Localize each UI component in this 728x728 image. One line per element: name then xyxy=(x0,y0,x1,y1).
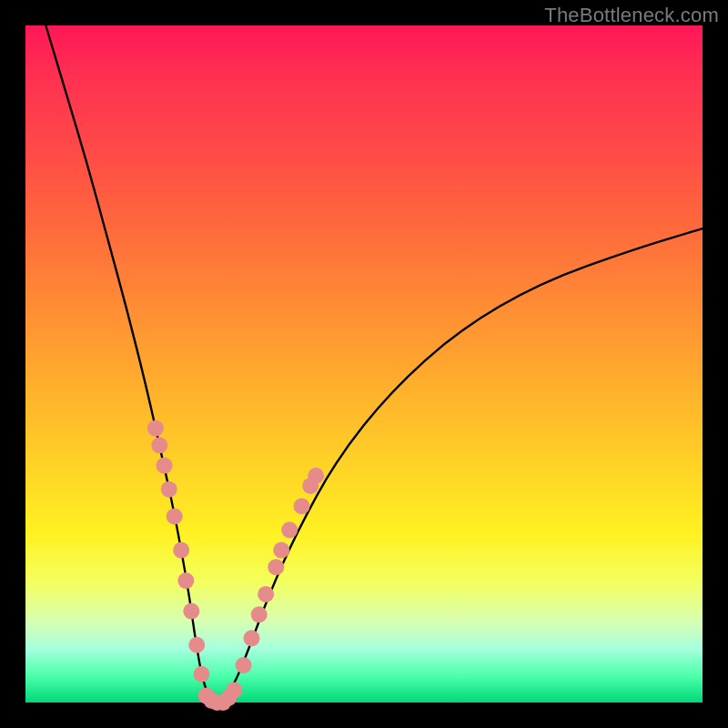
marker-dot xyxy=(244,630,260,646)
marker-dot xyxy=(147,420,164,437)
marker-dot xyxy=(281,521,298,538)
marker-dot xyxy=(183,603,199,620)
marker-dot xyxy=(268,559,284,575)
marker-dot xyxy=(308,468,324,484)
chart-frame: TheBottleneck.com xyxy=(0,0,728,728)
marker-dot xyxy=(236,657,252,673)
curve-path-group xyxy=(46,25,703,703)
marker-dot xyxy=(294,498,310,514)
marker-dot xyxy=(161,481,177,498)
plot-area xyxy=(25,25,703,703)
marker-dot xyxy=(188,637,205,653)
marker-dot xyxy=(151,437,167,453)
marker-dot xyxy=(157,458,173,474)
marker-dot xyxy=(177,572,194,589)
marker-dot xyxy=(258,586,274,602)
marker-dot xyxy=(173,542,189,559)
curve-svg xyxy=(25,25,703,703)
marker-dot xyxy=(251,606,268,622)
bottleneck-curve xyxy=(46,25,703,703)
marker-dot xyxy=(273,542,289,559)
marker-group xyxy=(147,420,324,711)
watermark-text: TheBottleneck.com xyxy=(544,4,719,27)
marker-dot xyxy=(193,666,209,682)
marker-dot xyxy=(167,508,183,524)
marker-dot xyxy=(226,682,242,699)
